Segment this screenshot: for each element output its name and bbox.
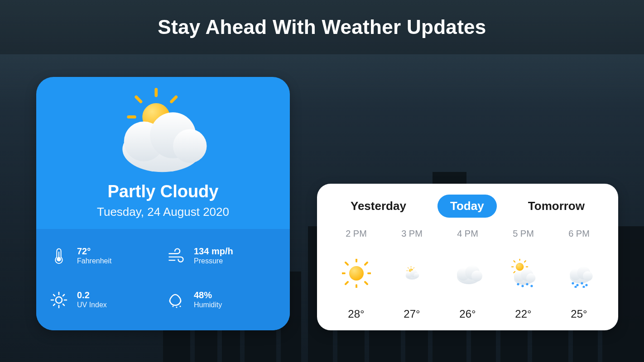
- hour-temp: 25°: [571, 308, 587, 320]
- metric-label: Pressure: [194, 257, 233, 266]
- hourly-forecast: 2 PM 28° 3 PM 27° 4 PM 26° 5 PM 22° 6 PM…: [330, 226, 606, 321]
- partly-cloudy-icon: [36, 77, 290, 181]
- metric-uv: 0.2 UV Index: [49, 281, 160, 319]
- forecast-card: Yesterday Today Tomorrow 2 PM 28° 3 PM 2…: [317, 184, 618, 330]
- hour-temp: 26°: [459, 308, 476, 320]
- tab-tomorrow[interactable]: Tomorrow: [515, 195, 597, 218]
- hour-time: 5 PM: [513, 229, 534, 239]
- metric-label: Fahrenheit: [77, 257, 112, 266]
- thermometer-icon: [49, 247, 69, 265]
- sun-icon: [49, 291, 69, 309]
- hour-item[interactable]: 4 PM 26°: [441, 226, 494, 321]
- metric-value: 134 mp/h: [194, 246, 233, 257]
- hour-temp: 28°: [348, 308, 364, 320]
- metric-value: 0.2: [77, 290, 107, 300]
- hour-time: 6 PM: [568, 229, 590, 239]
- hour-time: 4 PM: [457, 229, 478, 239]
- hour-item[interactable]: 2 PM 28°: [330, 226, 383, 321]
- metric-temperature: 72° Fahrenheit: [49, 237, 160, 275]
- humidity-icon: [166, 291, 186, 309]
- tab-today[interactable]: Today: [437, 195, 497, 218]
- rain-icon: [565, 257, 594, 290]
- hour-item[interactable]: 3 PM 27°: [385, 226, 438, 321]
- sunny-icon: [342, 257, 371, 290]
- hour-temp: 27°: [404, 308, 420, 320]
- current-weather-card: Partly Cloudy Tuesday, 24 August 2020 72…: [36, 77, 290, 330]
- hour-time: 2 PM: [346, 229, 367, 239]
- hour-temp: 22°: [515, 308, 531, 320]
- page-title: Stay Ahead With Weather Updates: [158, 16, 486, 38]
- metric-humidity: 48% Humidity: [166, 281, 277, 319]
- hour-time: 3 PM: [401, 229, 423, 239]
- metric-pressure: 134 mp/h Pressure: [166, 237, 277, 275]
- sun-rain-icon: [509, 257, 538, 290]
- metrics-panel: 72° Fahrenheit 134 mp/h Pressure 0.2 UV …: [36, 229, 290, 330]
- wind-icon: [166, 247, 186, 265]
- tab-yesterday[interactable]: Yesterday: [338, 195, 419, 218]
- forecast-tabs: Yesterday Today Tomorrow: [330, 195, 606, 218]
- metric-value: 48%: [194, 290, 222, 300]
- hour-item[interactable]: 6 PM 25°: [553, 226, 606, 321]
- date-label: Tuesday, 24 August 2020: [36, 205, 290, 219]
- metric-value: 72°: [77, 246, 112, 257]
- metric-label: Humidity: [194, 300, 222, 310]
- metric-label: UV Index: [77, 300, 107, 310]
- cloudy-icon: [453, 257, 482, 290]
- header: Stay Ahead With Weather Updates: [0, 0, 644, 54]
- hour-item[interactable]: 5 PM 22°: [497, 226, 550, 321]
- condition-label: Partly Cloudy: [36, 182, 290, 201]
- partly-cloudy-icon: [398, 257, 427, 290]
